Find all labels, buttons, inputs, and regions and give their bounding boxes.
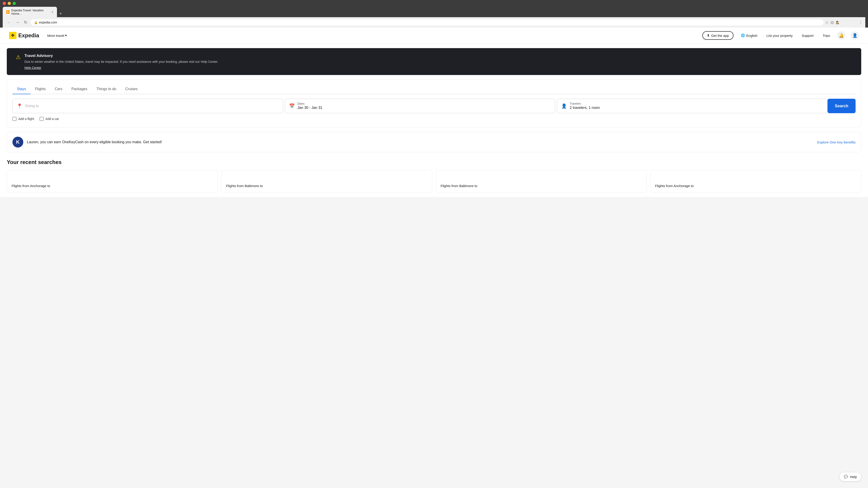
dates-label: Dates — [298, 102, 322, 105]
add-flight-checkbox[interactable] — [12, 117, 17, 121]
going-to-placeholder: Going to — [25, 104, 39, 108]
bookmark-btn[interactable]: ☆ — [825, 20, 829, 25]
travelers-field[interactable]: 👤 Travelers 2 travelers, 1 room — [557, 99, 828, 113]
add-car-option[interactable]: Add a car — [39, 117, 59, 121]
tab-things-to-do[interactable]: Things to do — [92, 84, 121, 94]
search-options: Add a flight Add a car — [12, 117, 856, 121]
logo-text: Expedia — [18, 32, 39, 39]
tab-favicon: E — [6, 10, 9, 14]
address-bar-icons: ☆ ⊡ 🕵 Incognito (2) ⋮ — [825, 20, 863, 25]
language-btn[interactable]: 🌐 English — [739, 32, 759, 39]
back-btn[interactable]: ← — [5, 19, 12, 26]
trips-label: Trips — [823, 34, 830, 37]
notifications-btn[interactable]: 🔔 — [837, 31, 845, 39]
window-maximize-btn[interactable] — [13, 2, 16, 5]
reload-btn[interactable]: ↻ — [23, 19, 29, 26]
explore-onekey-btn[interactable]: Explore One Key benefits — [817, 140, 856, 144]
recent-card-3[interactable]: Flights from Anchorage to — [650, 170, 861, 193]
dates-field[interactable]: 📅 Dates Jan 30 - Jan 31 — [285, 99, 555, 113]
more-travel-label: More travel — [47, 34, 64, 37]
list-property-btn[interactable]: List your property — [765, 32, 795, 39]
menu-btn[interactable]: ⋮ — [859, 20, 863, 25]
recent-card-0[interactable]: Flights from Anchorage to — [7, 170, 218, 193]
dates-value: Jan 30 - Jan 31 — [298, 106, 322, 110]
window-minimize-btn[interactable] — [8, 2, 11, 5]
person-icon: 👤 — [561, 103, 567, 109]
site-header: ✈ Expedia More travel ▾ ⬇ Get the app 🌐 … — [0, 28, 868, 43]
tab-title: Expedia Travel: Vacation Home... — [11, 8, 50, 15]
tab-flights[interactable]: Flights — [31, 84, 50, 94]
recent-card-2[interactable]: Flights from Baltimore to — [436, 170, 647, 193]
page-content: ✈ Expedia More travel ▾ ⬇ Get the app 🌐 … — [0, 28, 868, 197]
trips-btn[interactable]: Trips — [821, 32, 832, 39]
forward-btn[interactable]: → — [14, 19, 21, 26]
search-tabs: Stays Flights Cars Packages Things to do… — [12, 84, 856, 94]
get-app-label: Get the app — [711, 34, 729, 37]
advisory-banner: ⚠ Travel Advisory Due to winter weather … — [7, 48, 861, 75]
recent-cards-grid: Flights from Anchorage to Flights from B… — [7, 170, 861, 193]
location-icon: 📍 — [17, 103, 22, 109]
support-label: Support — [802, 34, 814, 37]
onekey-message: Lauren, you can earn OneKeyCash on every… — [27, 140, 162, 144]
incognito-btn[interactable]: 🕵 Incognito (2) — [836, 21, 857, 24]
user-account-btn[interactable]: 👤 — [851, 31, 859, 39]
address-bar-row: ← → ↻ 🔒 expedia.com ☆ ⊡ 🕵 Incognito (2) … — [3, 17, 865, 28]
recent-searches-section: Your recent searches Flights from Anchor… — [7, 159, 861, 197]
logo[interactable]: ✈ Expedia — [9, 32, 39, 39]
address-input[interactable]: 🔒 expedia.com — [31, 19, 824, 26]
browser-window-controls — [3, 2, 865, 7]
search-widget: Stays Flights Cars Packages Things to do… — [7, 79, 861, 127]
browser-chrome: E Expedia Travel: Vacation Home... × + ←… — [0, 0, 868, 28]
search-fields: 📍 Going to 📅 Dates Jan 30 - Jan 31 👤 Tra… — [12, 99, 856, 113]
onekey-avatar: K — [12, 137, 23, 148]
tab-bar: E Expedia Travel: Vacation Home... × + — [3, 7, 865, 17]
add-car-label: Add a car — [45, 117, 59, 121]
list-property-label: List your property — [767, 34, 793, 37]
add-car-checkbox[interactable] — [39, 117, 43, 121]
onekey-banner: K Lauren, you can earn OneKeyCash on eve… — [7, 132, 861, 152]
search-button[interactable]: Search — [828, 99, 856, 113]
window-close-btn[interactable] — [3, 2, 6, 5]
advisory-content: Travel Advisory Due to winter weather in… — [24, 54, 218, 70]
tab-packages[interactable]: Packages — [67, 84, 92, 94]
support-btn[interactable]: Support — [800, 32, 815, 39]
help-center-link[interactable]: Help Center — [24, 66, 218, 70]
advisory-title: Travel Advisory — [24, 54, 218, 58]
split-view-btn[interactable]: ⊡ — [831, 20, 834, 25]
add-flight-label: Add a flight — [18, 117, 34, 121]
logo-icon: ✈ — [9, 32, 17, 39]
tab-cruises[interactable]: Cruises — [121, 84, 142, 94]
tab-cars[interactable]: Cars — [50, 84, 67, 94]
going-to-field[interactable]: 📍 Going to — [12, 99, 283, 113]
calendar-icon: 📅 — [289, 103, 295, 109]
travelers-value: 2 travelers, 1 room — [569, 106, 600, 110]
language-label: English — [746, 34, 757, 37]
globe-icon: 🌐 — [741, 33, 745, 37]
more-travel-btn[interactable]: More travel ▾ — [44, 32, 70, 39]
recent-searches-title: Your recent searches — [7, 159, 861, 165]
travelers-label: Travelers — [569, 102, 600, 105]
advisory-body: Due to winter weather in the United Stat… — [24, 59, 218, 64]
chevron-down-icon: ▾ — [65, 33, 67, 37]
download-icon: ⬇ — [707, 33, 710, 37]
tab-stays[interactable]: Stays — [12, 84, 31, 94]
url-display: expedia.com — [39, 21, 57, 24]
add-flight-option[interactable]: Add a flight — [12, 117, 34, 121]
recent-card-1[interactable]: Flights from Baltimore to — [221, 170, 432, 193]
tab-close-btn[interactable]: × — [52, 10, 53, 14]
warning-icon: ⚠ — [16, 54, 21, 60]
header-right: ⬇ Get the app 🌐 English List your proper… — [702, 31, 859, 40]
active-tab[interactable]: E Expedia Travel: Vacation Home... × — [3, 7, 57, 17]
new-tab-btn[interactable]: + — [57, 10, 64, 17]
get-app-btn[interactable]: ⬇ Get the app — [702, 31, 733, 40]
